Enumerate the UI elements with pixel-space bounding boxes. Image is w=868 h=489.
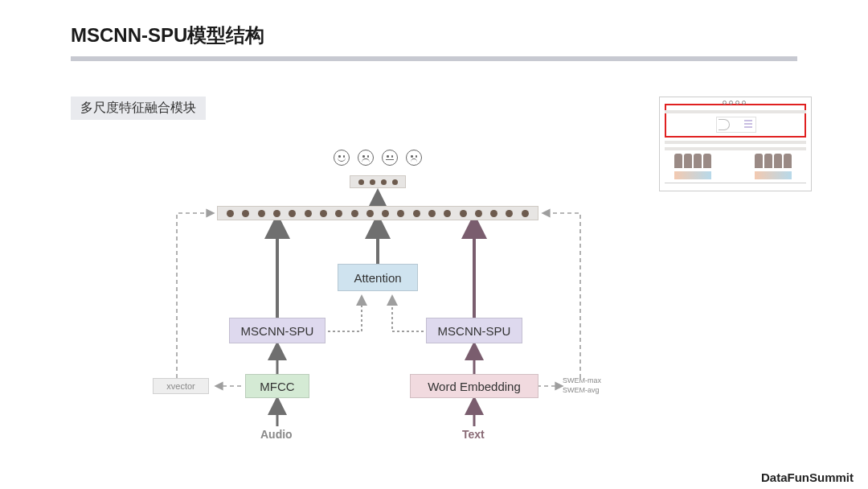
section-subtitle: 多尺度特征融合模块 (71, 97, 206, 120)
watermark: DataFunSummit (761, 471, 854, 484)
swem-avg-label: SWEM-avg (563, 386, 600, 394)
output-vector (350, 175, 406, 188)
architecture-diagram: Attention MSCNN-SPU MSCNN-SPU MFCC Word … (137, 121, 635, 458)
mfcc-block: MFCC (245, 374, 309, 398)
swem-max-label: SWEM-max (563, 376, 601, 384)
audio-input-label: Audio (260, 428, 293, 441)
output-emoji-row (326, 150, 430, 166)
mscnn-spu-right-block: MSCNN-SPU (426, 318, 522, 343)
attention-block: Attention (338, 264, 418, 291)
fusion-vector (217, 206, 538, 220)
word-embedding-block: Word Embedding (410, 374, 538, 398)
frown-icon (358, 150, 374, 166)
smile-icon (334, 150, 350, 166)
text-input-label: Text (462, 428, 485, 441)
overview-thumbnail (659, 97, 812, 191)
slide-title: MSCNN-SPU模型结构 (71, 23, 264, 48)
neutral-icon (382, 150, 398, 166)
title-divider (71, 56, 797, 61)
xvector-label: xvector (153, 378, 209, 394)
sad-icon (406, 150, 422, 166)
mscnn-spu-left-block: MSCNN-SPU (229, 318, 326, 343)
